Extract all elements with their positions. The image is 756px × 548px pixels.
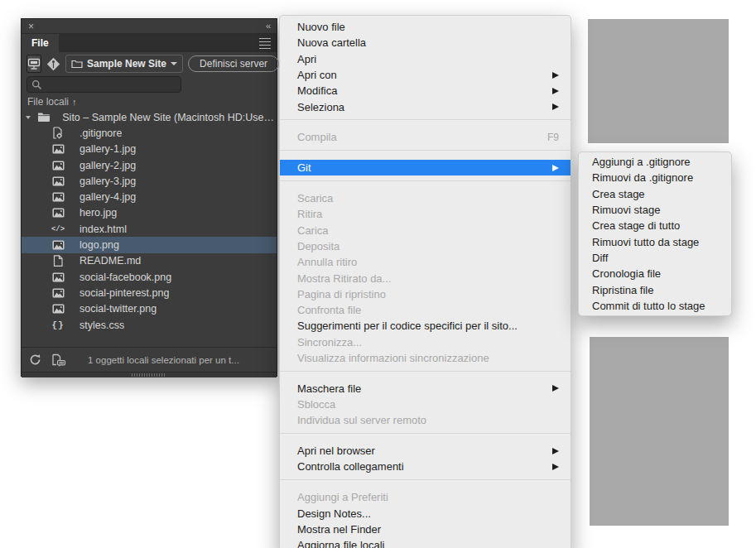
file-type-icon xyxy=(51,207,65,219)
file-row[interactable]: social-twitter.png xyxy=(22,301,277,317)
menu-item[interactable]: Compila F9 xyxy=(280,129,571,145)
menu-item[interactable]: Mostra nel Finder xyxy=(280,522,571,537)
file-name: gallery-3.jpg xyxy=(79,175,136,187)
menu-item[interactable]: Individua sul server remoto xyxy=(280,412,571,428)
git-view-button[interactable] xyxy=(46,55,60,73)
file-name: social-pinterest.png xyxy=(79,287,169,299)
submenu-item[interactable]: Rimuovi tutto da stage xyxy=(579,233,731,249)
site-view-button[interactable] xyxy=(26,55,41,73)
file-row[interactable]: index.html xyxy=(22,221,277,237)
file-row[interactable]: gallery-2.jpg xyxy=(22,157,277,173)
file-tree: Sito – Sample New Site (Macintosh HD:Use… xyxy=(22,108,277,347)
menu-item[interactable]: Aggiungi a Preferiti xyxy=(280,489,571,505)
menu-item[interactable]: Controlla collegamenti xyxy=(280,459,571,474)
menu-item[interactable]: Mostra Ritirato da... xyxy=(280,270,571,286)
files-panel: × « File xyxy=(21,18,277,377)
resize-grip[interactable] xyxy=(132,373,166,377)
menu-item[interactable]: Confronta file xyxy=(280,302,571,318)
menu-item[interactable]: Sincronizza... xyxy=(280,334,571,350)
local-files-label: File locali xyxy=(27,96,69,108)
submenu-item[interactable]: Crea stage di tutto xyxy=(579,218,731,233)
site-dropdown[interactable]: Sample New Site xyxy=(65,55,183,73)
menu-item-shortcut: F9 xyxy=(547,132,559,143)
sort-ascending-icon[interactable]: ↑ xyxy=(72,97,77,107)
menu-item[interactable]: Git xyxy=(280,160,571,175)
file-row[interactable]: gallery-4.jpg xyxy=(22,189,277,204)
submenu-item[interactable]: Aggiungi a .gitignore xyxy=(579,154,731,170)
menu-item[interactable]: Apri nel browser xyxy=(280,443,571,459)
submenu-item[interactable]: Crea stage xyxy=(579,186,731,202)
close-icon[interactable]: × xyxy=(28,22,34,31)
submenu-item[interactable]: Rimuovi stage xyxy=(579,202,731,218)
file-row[interactable]: Sito – Sample New Site (Macintosh HD:Use… xyxy=(22,109,277,125)
file-row[interactable]: hero.jpg xyxy=(22,205,277,221)
screenshot-stage: × « File xyxy=(0,0,756,548)
menu-item[interactable]: Nuovo file xyxy=(280,19,571,35)
menu-item[interactable]: Scarica xyxy=(280,190,571,206)
menu-item[interactable]: Modifica xyxy=(280,83,571,99)
submenu-item[interactable]: Cronologia file xyxy=(579,266,731,281)
submenu-item-label: Cronologia file xyxy=(592,267,723,280)
submenu-item[interactable]: Ripristina file xyxy=(579,281,731,297)
menu-item[interactable]: Seleziona xyxy=(280,99,571,114)
file-type-icon xyxy=(51,286,65,299)
panel-footer-strip xyxy=(22,372,277,377)
menu-item[interactable]: Sblocca xyxy=(280,397,571,412)
menu-separator xyxy=(280,119,571,129)
collapse-panel-icon[interactable]: « xyxy=(266,22,270,31)
submenu-item[interactable]: Rimuovi da .gitignore xyxy=(579,170,731,185)
file-row[interactable]: gallery-3.jpg xyxy=(22,173,277,189)
file-row[interactable]: social-pinterest.png xyxy=(22,285,277,300)
menu-item[interactable]: Annulla ritiro xyxy=(280,254,571,270)
submenu-arrow-icon xyxy=(552,448,559,454)
file-type-icon xyxy=(51,239,65,252)
menu-item[interactable]: Carica xyxy=(280,222,571,238)
file-row[interactable]: .gitignore xyxy=(22,125,277,141)
file-type-icon xyxy=(37,111,51,123)
menu-item-label: Sblocca xyxy=(297,398,559,411)
panel-menu-icon[interactable] xyxy=(259,38,271,49)
menu-item[interactable]: Pagina di ripristino xyxy=(280,286,571,302)
file-name: README.md xyxy=(79,255,141,267)
file-type-icon xyxy=(51,255,65,267)
file-type-icon xyxy=(51,271,65,283)
file-activity-icon[interactable] xyxy=(51,353,66,367)
file-row[interactable]: gallery-1.jpg xyxy=(22,142,277,157)
menu-item[interactable]: Suggerimenti per il codice specifici per… xyxy=(280,318,571,334)
menu-item-label: Confronta file xyxy=(297,304,559,316)
menu-item[interactable]: Deposita xyxy=(280,238,571,254)
file-type-icon xyxy=(51,143,65,156)
search-field[interactable] xyxy=(26,76,181,93)
tab-file[interactable]: File xyxy=(22,34,59,52)
menu-item-label: Controlla collegamenti xyxy=(297,460,546,473)
submenu-item-label: Crea stage di tutto xyxy=(592,219,723,232)
submenu-item[interactable]: Diff xyxy=(579,250,731,266)
file-type-icon xyxy=(51,127,65,139)
menu-separator xyxy=(280,150,571,160)
submenu-item-label: Ripristina file xyxy=(592,284,723,296)
menu-item[interactable]: Nuova cartella xyxy=(280,35,571,50)
menu-item[interactable]: Visualizza informazioni sincronizzazione xyxy=(280,350,571,366)
refresh-icon[interactable] xyxy=(29,353,41,366)
menu-item[interactable]: Apri con xyxy=(280,67,571,83)
menu-item[interactable]: Apri xyxy=(280,51,571,67)
menu-item-label: Scarica xyxy=(297,192,559,204)
submenu-arrow-icon xyxy=(552,385,559,392)
file-row[interactable]: styles.css xyxy=(22,317,277,333)
define-server-button[interactable]: Definisci server xyxy=(188,55,279,72)
menu-item[interactable]: Maschera file xyxy=(280,381,571,397)
menu-item[interactable]: Aggiorna file locali xyxy=(280,537,571,548)
menu-item-label: Maschera file xyxy=(297,382,546,395)
submenu-arrow-icon xyxy=(552,103,559,110)
file-row[interactable]: social-facebook.png xyxy=(22,269,277,285)
submenu-item[interactable]: Commit di tutto lo stage xyxy=(579,298,731,314)
menu-item-label: Design Notes... xyxy=(297,507,559,520)
submenu-item-label: Diff xyxy=(592,252,723,264)
file-row[interactable]: README.md xyxy=(22,253,277,269)
menu-item[interactable]: Design Notes... xyxy=(280,505,571,521)
file-row[interactable]: logo.png xyxy=(22,237,277,252)
menu-item[interactable]: Ritira xyxy=(280,206,571,222)
file-name: social-twitter.png xyxy=(79,303,156,315)
search-input[interactable] xyxy=(46,79,176,90)
expand-triangle-icon[interactable] xyxy=(26,116,36,119)
